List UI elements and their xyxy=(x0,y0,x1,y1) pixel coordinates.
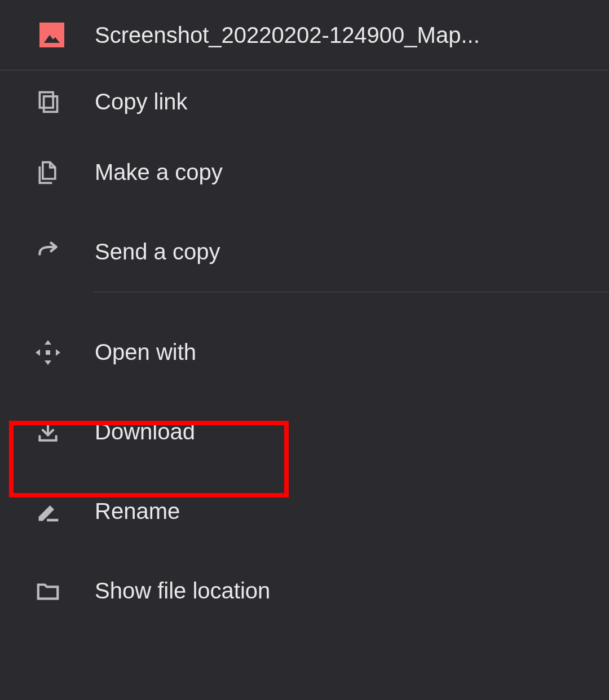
menu-item-label: Make a copy xyxy=(95,160,223,185)
menu-item-download[interactable]: Download xyxy=(0,392,609,472)
menu-item-label: Rename xyxy=(95,499,180,524)
open-with-icon xyxy=(34,338,62,367)
menu-item-rename[interactable]: Rename xyxy=(0,472,609,551)
menu-item-label: Download xyxy=(95,419,195,444)
menu-item-label: Open with xyxy=(95,340,196,365)
svg-rect-3 xyxy=(44,96,58,112)
svg-rect-2 xyxy=(39,93,53,108)
menu-item-label: Copy link xyxy=(95,89,188,115)
file-name: Screenshot_20220202-124900_Map... xyxy=(95,23,480,48)
svg-marker-7 xyxy=(56,349,60,356)
rename-icon xyxy=(34,498,62,526)
folder-icon xyxy=(34,577,62,605)
svg-rect-0 xyxy=(39,23,64,47)
send-icon xyxy=(34,238,62,266)
file-header: Screenshot_20220202-124900_Map... xyxy=(0,0,609,71)
menu-item-label: Show file location xyxy=(95,578,270,604)
copy-link-icon xyxy=(34,87,62,116)
file-copy-icon xyxy=(34,159,62,187)
menu-divider xyxy=(93,292,609,292)
download-icon xyxy=(34,418,62,446)
menu-item-label: Send a copy xyxy=(95,239,220,265)
context-menu: Copy link Make a copy Send a copy xyxy=(0,71,609,631)
svg-marker-4 xyxy=(45,340,51,345)
menu-item-send-a-copy[interactable]: Send a copy xyxy=(0,212,609,292)
svg-rect-9 xyxy=(46,350,50,355)
menu-item-make-a-copy[interactable]: Make a copy xyxy=(0,133,609,212)
svg-rect-10 xyxy=(47,518,58,521)
menu-item-copy-link[interactable]: Copy link xyxy=(0,71,609,133)
image-file-icon xyxy=(38,21,65,49)
svg-marker-5 xyxy=(45,360,51,365)
menu-item-show-file-location[interactable]: Show file location xyxy=(0,551,609,631)
menu-item-open-with[interactable]: Open with xyxy=(0,312,609,392)
svg-marker-6 xyxy=(36,349,40,356)
